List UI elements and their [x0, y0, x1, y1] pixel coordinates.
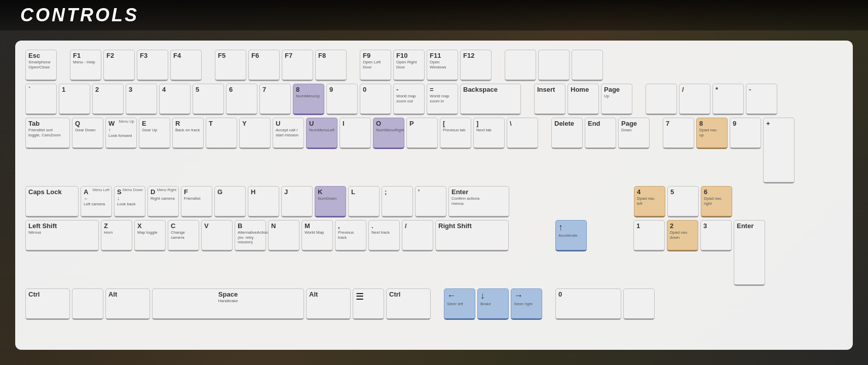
key-u-num[interactable]: U NumMenuLeft	[306, 118, 337, 149]
key-numlock[interactable]	[646, 84, 677, 115]
key-l[interactable]: L	[348, 186, 380, 217]
key-enter[interactable]: Enter Confirm actionsmenus	[448, 186, 509, 217]
key-x[interactable]: X Map toggle	[134, 220, 166, 251]
key-6[interactable]: 6	[226, 84, 257, 115]
key-e[interactable]: E Gear Up	[139, 118, 170, 149]
key-equals[interactable]: = World mapzoom in	[427, 84, 458, 115]
key-num3[interactable]: 3	[700, 220, 732, 251]
key-numminus[interactable]: -	[746, 84, 777, 115]
key-m[interactable]: M World Map	[301, 220, 333, 251]
key-j[interactable]: J	[281, 186, 313, 217]
key-d[interactable]: Menu Right D Right camera	[147, 186, 179, 217]
key-0[interactable]: 0	[360, 84, 391, 115]
key-leftshift[interactable]: Left Shift Nitrous	[25, 220, 99, 251]
key-end[interactable]: End	[585, 118, 616, 149]
key-num4[interactable]: 4 Dpad nav.left	[634, 186, 665, 217]
key-1[interactable]: 1	[59, 84, 90, 115]
key-u[interactable]: U Accept call /start mission	[273, 118, 304, 149]
key-r[interactable]: R Back on track	[172, 118, 204, 149]
key-w[interactable]: Menu Up W ↑ Look forward	[105, 118, 137, 149]
key-f4[interactable]: F4	[170, 50, 202, 81]
key-comma[interactable]: , Previous track	[335, 220, 366, 251]
key-f11[interactable]: F11 OpenWindows	[427, 50, 458, 81]
key-v[interactable]: V	[201, 220, 233, 251]
key-rightalt[interactable]: Alt	[306, 288, 351, 320]
key-b[interactable]: B AlternativeAction(ex: retry mission)	[235, 220, 266, 251]
key-g[interactable]: G	[214, 186, 246, 217]
key-c[interactable]: C Changecamera	[168, 220, 199, 251]
key-delete[interactable]: Delete	[551, 118, 583, 149]
key-9[interactable]: 9	[326, 84, 358, 115]
key-period[interactable]: . Next track	[368, 220, 400, 251]
key-pause[interactable]	[572, 50, 603, 81]
key-win[interactable]	[72, 288, 103, 320]
key-k[interactable]: K NumDown	[315, 186, 346, 217]
key-backtick[interactable]: `	[25, 84, 57, 115]
key-f9[interactable]: F9 Open LeftDoor	[360, 50, 391, 81]
key-scroll[interactable]	[538, 50, 570, 81]
key-7[interactable]: 7	[259, 84, 291, 115]
key-a[interactable]: Menu Left A ← Left camera	[81, 186, 112, 217]
key-prtsc[interactable]	[505, 50, 536, 81]
key-t[interactable]: T	[206, 118, 237, 149]
key-pageup[interactable]: Page Up	[601, 84, 632, 115]
key-f8[interactable]: F8	[315, 50, 347, 81]
key-arrowdown[interactable]: ↓ Brake	[477, 288, 509, 320]
key-num7[interactable]: 7	[663, 118, 694, 149]
key-leftalt[interactable]: Alt	[105, 288, 150, 320]
key-home[interactable]: Home	[568, 84, 599, 115]
key-4[interactable]: 4	[159, 84, 191, 115]
key-tab[interactable]: Tab Friendlist sorttoggle, CamZoom	[25, 118, 70, 149]
key-f7[interactable]: F7	[282, 50, 313, 81]
key-semicolon[interactable]: ;	[382, 186, 413, 217]
key-num1[interactable]: 1	[633, 220, 665, 251]
key-backslash[interactable]: \	[507, 118, 538, 149]
key-f1[interactable]: F1 Menu - Help	[70, 50, 101, 81]
key-5[interactable]: 5	[193, 84, 224, 115]
key-s[interactable]: Menu Down S ↓ Look back	[114, 186, 145, 217]
key-f[interactable]: F Friendlist	[181, 186, 212, 217]
key-f5[interactable]: F5	[215, 50, 246, 81]
key-rightshift[interactable]: Right Shift	[435, 220, 509, 251]
key-h[interactable]: H	[248, 186, 279, 217]
key-quote[interactable]: '	[415, 186, 446, 217]
key-rightctrl[interactable]: Ctrl	[386, 288, 431, 320]
key-n[interactable]: N	[268, 220, 299, 251]
key-numstar[interactable]: *	[712, 84, 744, 115]
key-i[interactable]: I	[339, 118, 371, 149]
key-o[interactable]: O NumMenuRight	[373, 118, 404, 149]
key-fwdslash[interactable]: /	[402, 220, 433, 251]
key-minus[interactable]: - World mapzoom out	[393, 84, 425, 115]
key-capslock[interactable]: Caps Lock	[25, 186, 79, 217]
key-num2[interactable]: 2 Dpad nav.down	[667, 220, 698, 251]
key-numplus[interactable]: +	[763, 118, 795, 184]
key-lbracket[interactable]: [ Previous tab	[440, 118, 471, 149]
key-num0[interactable]: 0	[555, 288, 621, 320]
key-f10[interactable]: F10 Open RightDoor	[393, 50, 425, 81]
key-menu[interactable]: ☰	[353, 288, 384, 320]
key-leftctrl[interactable]: Ctrl	[25, 288, 70, 320]
key-y[interactable]: Y	[239, 118, 271, 149]
key-num6[interactable]: 6 Dpad nav.right	[701, 186, 732, 217]
key-numslash[interactable]: /	[679, 84, 710, 115]
key-p[interactable]: P	[406, 118, 438, 149]
key-pagedown[interactable]: Page Down	[618, 118, 650, 149]
key-8[interactable]: 8 NumMenuUp	[293, 84, 324, 115]
key-z[interactable]: Z Horn	[101, 220, 132, 251]
key-3[interactable]: 3	[126, 84, 157, 115]
key-numdel[interactable]	[623, 288, 655, 320]
key-2[interactable]: 2	[92, 84, 124, 115]
key-numenter[interactable]: Enter	[734, 220, 765, 286]
key-arrowleft[interactable]: ← Steer left	[444, 288, 475, 320]
key-f12[interactable]: F12	[460, 50, 492, 81]
key-num5[interactable]: 5	[667, 186, 699, 217]
key-arrowright[interactable]: → Steer right	[511, 288, 542, 320]
key-q[interactable]: Q Gear Down	[72, 118, 103, 149]
key-f3[interactable]: F3	[137, 50, 168, 81]
key-num8[interactable]: 8 Dpad nav.up	[696, 118, 728, 149]
key-space[interactable]: Space Handbrake	[152, 288, 304, 320]
key-rbracket[interactable]: ] Next tab	[473, 118, 505, 149]
key-insert[interactable]: Insert	[534, 84, 565, 115]
key-f2[interactable]: F2	[103, 50, 135, 81]
key-num9[interactable]: 9	[730, 118, 761, 149]
